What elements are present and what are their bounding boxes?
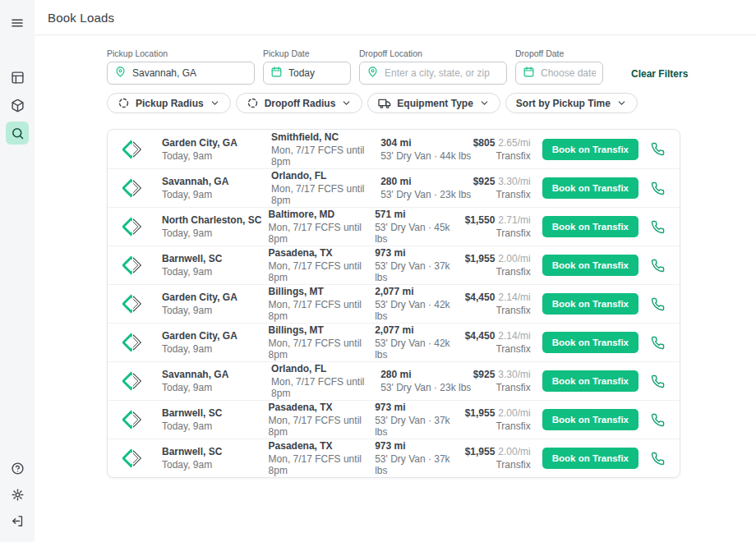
distance-column: 973 mi 53' Dry Van · 37k lbs	[375, 402, 465, 438]
dropoff-column: Baltimore, MD Mon, 7/17 FCFS until 8pm	[269, 209, 376, 245]
miles: 2,077 mi	[375, 286, 465, 297]
dropoff-column: Orlando, FL Mon, 7/17 FCFS until 8pm	[271, 363, 380, 399]
rate-per-mile: 2.14/mi	[498, 292, 530, 303]
sidebar-item-search-loads[interactable]	[6, 122, 29, 145]
filter-bar: Pickup Location Pickup Date	[107, 48, 756, 85]
equipment: 53' Dry Van · 37k lbs	[375, 453, 465, 476]
price-column: $9253.30/mi Transfix	[473, 176, 531, 200]
equipment-type-pill[interactable]: Equipment Type	[367, 93, 500, 113]
rate-per-mile: 2.00/mi	[498, 446, 530, 457]
dropoff-window: Mon, 7/17 FCFS until 8pm	[269, 260, 376, 283]
filter-pills: Pickup Radius Dropoff Radius	[107, 93, 756, 113]
broker-name: Transfix	[496, 266, 530, 278]
book-on-transfix-button[interactable]: Book on Transfix	[542, 177, 638, 199]
pickup-radius-pill[interactable]: Pickup Radius	[107, 93, 231, 113]
dropoff-city: Orlando, FL	[271, 363, 380, 374]
app-window: Book Loads Pickup Location Pickup Date	[0, 0, 756, 542]
book-on-transfix-button[interactable]: Book on Transfix	[542, 255, 638, 276]
pickup-column: Barnwell, SC Today, 9am	[162, 407, 269, 432]
sidebar-item-logout[interactable]	[6, 509, 29, 532]
price: $925	[473, 369, 496, 380]
dropoff-location-input[interactable]	[385, 67, 500, 79]
sidebar-item-help[interactable]	[6, 457, 29, 480]
phone-icon[interactable]	[651, 336, 665, 350]
gear-icon	[11, 488, 25, 502]
pickup-date-group: Pickup Date	[263, 48, 351, 85]
rate-per-mile: 2.71/mi	[498, 214, 530, 226]
equipment: 53' Dry Van · 45k lbs	[375, 222, 465, 245]
pickup-column: Savannah, GA Today, 9am	[162, 369, 271, 393]
pickup-location-input[interactable]	[132, 67, 247, 79]
dropoff-column: Billings, MT Mon, 7/17 FCFS until 8pm	[269, 324, 376, 361]
transfix-logo-icon	[122, 446, 147, 471]
rate-per-mile: 2.00/mi	[498, 407, 530, 419]
equipment: 53' Dry Van · 42k lbs	[375, 299, 465, 322]
miles: 280 mi	[380, 369, 472, 380]
phone-icon[interactable]	[651, 374, 665, 388]
sidebar-item-shipments[interactable]	[6, 94, 29, 117]
pickup-column: Garden City, GA Today, 9am	[162, 292, 269, 316]
phone-icon[interactable]	[651, 220, 665, 234]
phone-icon[interactable]	[651, 259, 665, 273]
rate-per-mile: 2.00/mi	[498, 253, 530, 264]
phone-icon[interactable]	[651, 413, 665, 427]
page-header: Book Loads	[35, 0, 756, 35]
price-column: $1,9552.00/mi Transfix	[465, 253, 531, 278]
book-on-transfix-button[interactable]: Book on Transfix	[542, 332, 638, 353]
dropoff-window: Mon, 7/17 FCFS until 8pm	[271, 183, 380, 206]
logout-icon	[11, 514, 25, 528]
pickup-column: Barnwell, SC Today, 9am	[162, 446, 269, 471]
pill-label: Equipment Type	[397, 98, 472, 109]
price: $4,450	[465, 292, 496, 303]
phone-icon[interactable]	[651, 181, 665, 195]
calendar-icon	[523, 66, 541, 81]
transfix-logo-icon	[122, 176, 147, 200]
price: $4,450	[465, 330, 496, 342]
load-row: Barnwell, SC Today, 9am Pasadena, TX Mon…	[108, 400, 680, 439]
distance-column: 2,077 mi 53' Dry Van · 42k lbs	[375, 286, 465, 322]
book-on-transfix-button[interactable]: Book on Transfix	[542, 216, 638, 237]
book-on-transfix-button[interactable]: Book on Transfix	[542, 409, 638, 430]
price-column: $1,5502.71/mi Transfix	[465, 214, 531, 239]
calendar-icon	[270, 66, 288, 81]
transfix-logo-icon	[122, 253, 147, 278]
sort-by-pickup-time-pill[interactable]: Sort by Pickup Time	[505, 93, 638, 113]
phone-icon[interactable]	[651, 142, 665, 156]
rate-per-mile: 3.30/mi	[498, 369, 530, 380]
dropoff-window: Mon, 7/17 FCFS until 8pm	[271, 376, 380, 399]
price-column: $9253.30/mi Transfix	[473, 369, 531, 393]
sidebar-item-boards[interactable]	[6, 66, 29, 89]
distance-column: 304 mi 53' Dry Van · 44k lbs	[380, 137, 472, 162]
sidebar-item-settings[interactable]	[6, 483, 29, 506]
hamburger-menu-button[interactable]	[6, 11, 29, 34]
dropoff-date-input[interactable]	[541, 67, 596, 79]
pickup-city: Garden City, GA	[162, 330, 269, 342]
dropoff-column: Pasadena, TX Mon, 7/17 FCFS until 8pm	[269, 402, 376, 438]
broker-name: Transfix	[496, 227, 530, 239]
miles: 973 mi	[375, 440, 465, 452]
price-column: $4,4502.14/mi Transfix	[465, 292, 531, 316]
book-on-transfix-button[interactable]: Book on Transfix	[542, 293, 638, 315]
book-on-transfix-button[interactable]: Book on Transfix	[542, 370, 638, 392]
load-row: Garden City, GA Today, 9am Billings, MT …	[108, 284, 680, 323]
truck-icon	[378, 97, 391, 110]
miles: 571 mi	[375, 209, 465, 220]
book-on-transfix-button[interactable]: Book on Transfix	[542, 448, 638, 469]
price: $925	[473, 176, 496, 187]
phone-icon[interactable]	[651, 452, 665, 466]
clear-filters-button[interactable]: Clear Filters	[631, 68, 688, 80]
pickup-column: North Charleston, SC Today, 9am	[162, 214, 269, 239]
price-column: $8052.65/mi Transfix	[473, 137, 531, 162]
phone-icon[interactable]	[651, 297, 665, 311]
package-icon	[11, 99, 25, 113]
pickup-date-input[interactable]	[288, 67, 343, 79]
book-on-transfix-button[interactable]: Book on Transfix	[542, 139, 638, 160]
price: $1,955	[465, 446, 496, 457]
pickup-time: Today, 9am	[162, 227, 269, 239]
chevron-down-icon	[616, 98, 627, 108]
sidebar-nav-bottom	[6, 457, 29, 532]
load-row: Barnwell, SC Today, 9am Pasadena, TX Mon…	[108, 439, 680, 477]
dropoff-radius-pill[interactable]: Dropoff Radius	[236, 93, 363, 113]
pickup-column: Garden City, GA Today, 9am	[162, 330, 269, 355]
radius-icon	[247, 97, 259, 109]
